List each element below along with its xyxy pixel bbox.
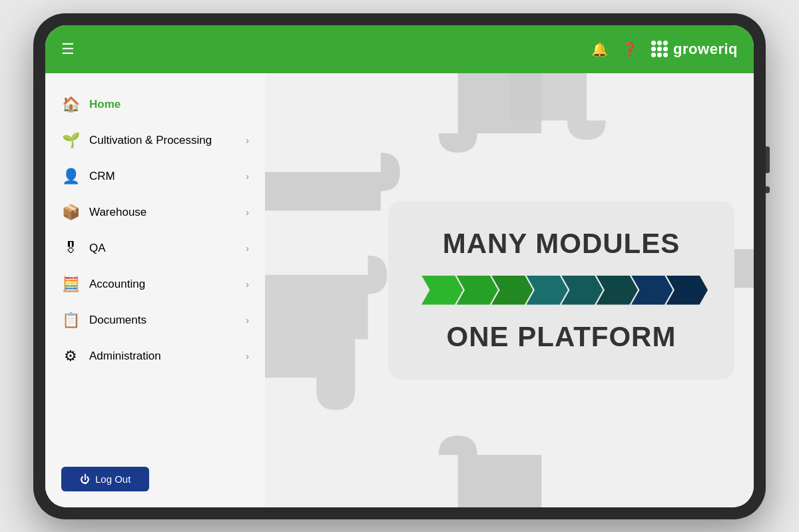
administration-icon: ⚙	[61, 348, 80, 365]
navbar-left: ☰	[61, 41, 75, 58]
sidebar-item-documents[interactable]: 📋Documents›	[45, 302, 265, 338]
arrow-icon-accounting: ›	[246, 279, 249, 290]
arrow-icon-cultivation: ›	[246, 135, 249, 146]
sidebar-label-administration: Administration	[89, 350, 236, 363]
brand-name: groweriq	[673, 41, 738, 58]
promo-title-2: ONE PLATFORM	[421, 321, 701, 353]
sidebar-item-crm[interactable]: 👤CRM›	[45, 158, 265, 194]
help-icon[interactable]: ❓	[621, 41, 638, 57]
warehouse-icon: 📦	[61, 204, 80, 221]
arrow-icon-administration: ›	[246, 351, 249, 362]
tablet-screen: ☰ 🔔 ❓ groweriq 🏠Home🌱C	[45, 25, 754, 507]
promo-title-1: MANY MODULES	[421, 228, 701, 260]
nav-items-container: 🏠Home🌱Cultivation & Processing›👤CRM›📦War…	[45, 87, 265, 374]
right-area: MANY MODULES ONE PLATFORM	[265, 73, 754, 507]
sidebar-label-crm: CRM	[89, 170, 236, 183]
sidebar-item-administration[interactable]: ⚙Administration›	[45, 338, 265, 374]
documents-icon: 📋	[61, 312, 80, 329]
promo-card: MANY MODULES ONE PLATFORM	[388, 201, 734, 380]
sidebar-item-warehouse[interactable]: 📦Warehouse›	[45, 194, 265, 230]
sidebar-item-home[interactable]: 🏠Home	[45, 87, 265, 123]
brand-grid-icon	[651, 41, 668, 57]
sidebar-label-cultivation: Cultivation & Processing	[89, 134, 236, 147]
arrow-chevron-0	[421, 276, 463, 305]
arrow-icon-qa: ›	[246, 243, 249, 254]
sidebar-item-accounting[interactable]: 🧮Accounting›	[45, 266, 265, 302]
arrow-icon-crm: ›	[246, 171, 249, 182]
side-button-mid	[766, 186, 770, 193]
brand-logo: groweriq	[651, 41, 738, 58]
logout-area: ⏻ Log Out	[61, 467, 149, 491]
bell-icon[interactable]: 🔔	[591, 41, 608, 57]
hamburger-icon[interactable]: ☰	[61, 41, 75, 58]
sidebar-label-accounting: Accounting	[89, 278, 236, 291]
logout-button[interactable]: ⏻ Log Out	[61, 467, 149, 491]
home-icon: 🏠	[61, 96, 80, 113]
tablet-frame: ☰ 🔔 ❓ groweriq 🏠Home🌱C	[33, 13, 766, 519]
sidebar: 🏠Home🌱Cultivation & Processing›👤CRM›📦War…	[45, 73, 265, 507]
qa-icon: 🎖	[61, 240, 80, 257]
sidebar-label-warehouse: Warehouse	[89, 206, 236, 219]
sidebar-item-cultivation[interactable]: 🌱Cultivation & Processing›	[45, 123, 265, 158]
sidebar-item-qa[interactable]: 🎖QA›	[45, 230, 265, 266]
sidebar-label-documents: Documents	[89, 314, 236, 327]
arrow-row	[421, 276, 701, 305]
main-content: 🏠Home🌱Cultivation & Processing›👤CRM›📦War…	[45, 73, 754, 507]
arrow-icon-documents: ›	[246, 315, 249, 326]
sidebar-label-home: Home	[89, 98, 249, 111]
arrow-icon-warehouse: ›	[246, 207, 249, 218]
navbar: ☰ 🔔 ❓ groweriq	[45, 25, 754, 73]
sidebar-label-qa: QA	[89, 242, 236, 255]
crm-icon: 👤	[61, 168, 80, 185]
side-button-top	[766, 146, 770, 173]
navbar-right: 🔔 ❓ groweriq	[591, 41, 738, 58]
logout-label: Log Out	[95, 473, 131, 485]
cultivation-icon: 🌱	[61, 132, 80, 149]
accounting-icon: 🧮	[61, 276, 80, 293]
power-icon: ⏻	[80, 473, 90, 485]
